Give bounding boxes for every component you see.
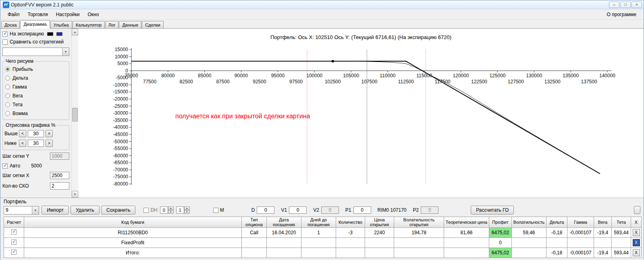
tab-calculator[interactable]: Калькулятор	[73, 21, 105, 28]
remove-row-button[interactable]: X	[633, 249, 640, 256]
dh-spin-2-input[interactable]	[176, 206, 184, 214]
radio-theta[interactable]: Тета	[4, 100, 67, 109]
row-calc-checkbox[interactable]	[11, 229, 17, 235]
row-calc-checkbox[interactable]	[11, 250, 17, 255]
column-header-days-to-expiry[interactable]: Дней до погашения	[301, 217, 336, 228]
svg-text:140000: 140000	[599, 73, 615, 78]
scroll-up-button[interactable]: ▲	[72, 29, 78, 35]
remove-row-button[interactable]: X	[633, 229, 640, 236]
cell-expiry	[267, 248, 301, 258]
dh-checkbox[interactable]	[143, 208, 149, 213]
save-button[interactable]: Сохранить	[101, 206, 136, 215]
cell-delta: -0,18	[546, 248, 567, 258]
radio-delta[interactable]: Дельта	[4, 74, 67, 83]
svg-text:-10000: -10000	[113, 82, 129, 88]
column-header-expiry-date[interactable]: Дата погашения	[267, 217, 301, 228]
dh-spin-1-input[interactable]	[160, 206, 168, 214]
sko-count-input[interactable]	[50, 182, 69, 190]
delete-button[interactable]: Удалить	[71, 206, 100, 215]
panel-corner-button[interactable]	[634, 206, 640, 214]
close-button[interactable]: ×	[632, 2, 642, 8]
m-toggle[interactable]: M	[213, 206, 224, 214]
scrollbar-track[interactable]	[72, 35, 78, 191]
column-header-quantity[interactable]: Количество	[336, 217, 365, 228]
payoff-chart[interactable]: 150001000050000-5000-10000-15000-20000-2…	[78, 41, 638, 195]
minimize-button[interactable]: –	[609, 2, 619, 8]
column-header-calc[interactable]: Расчет	[4, 217, 24, 228]
column-header-open-price[interactable]: Цена открытия	[365, 217, 394, 228]
positions-table: РасчетКод бумагиТип опционаДата погашени…	[4, 217, 642, 258]
menu-file[interactable]: Файл	[4, 10, 24, 19]
gamma-radio-label: Гамма	[12, 84, 27, 90]
column-header-vega[interactable]: Вега	[594, 217, 612, 228]
scroll-down-button[interactable]: ▼	[72, 191, 78, 198]
column-header-option-type[interactable]: Тип опциона	[242, 217, 267, 228]
tab-trades[interactable]: Сделки	[142, 21, 164, 28]
dh-spin-2-down-button[interactable]: ▼	[184, 210, 190, 214]
grid-step-x-input[interactable]	[50, 172, 69, 179]
render-below-input[interactable]	[28, 140, 44, 147]
field-d-input[interactable]	[257, 206, 274, 214]
menu-window[interactable]: Окно	[84, 10, 103, 19]
radio-vomma[interactable]: Вомма	[4, 109, 67, 118]
column-header-open-volatility[interactable]: Волатильность открытия	[394, 217, 444, 228]
render-above-input[interactable]	[28, 130, 44, 137]
radio-vega[interactable]: Вега	[4, 91, 67, 100]
strategy-select[interactable]: ▼	[2, 47, 69, 56]
field-v1-input[interactable]	[289, 206, 307, 214]
tab-smile[interactable]: Улыбка	[50, 21, 72, 28]
field-v2: V2	[313, 206, 339, 214]
svg-text:-25000: -25000	[113, 103, 129, 109]
cell-open_price	[365, 248, 394, 258]
svg-text:112500: 112500	[398, 79, 414, 85]
compare-strategy-checkbox[interactable]	[2, 39, 8, 45]
menu-about[interactable]: О программе	[603, 10, 640, 19]
dh-spin-2-up-button[interactable]: ▲	[184, 206, 190, 210]
remove-row-button[interactable]: X	[633, 239, 640, 246]
portfolio-select[interactable]: 9 ▼	[4, 206, 39, 215]
column-header-volatility[interactable]: Волатильность	[512, 217, 546, 228]
render-below-decrease-button[interactable]: <	[19, 140, 26, 147]
radio-gamma[interactable]: Гамма	[4, 83, 67, 91]
column-header-code[interactable]: Код бумаги	[24, 217, 242, 228]
delta-radio-label: Дельта	[12, 75, 28, 81]
svg-text:95000: 95000	[271, 73, 285, 78]
dh-spin-1-up-button[interactable]: ▲	[168, 206, 174, 210]
row-calc-checkbox[interactable]	[11, 239, 17, 245]
tab-log[interactable]: Лог	[105, 21, 118, 28]
column-header-delta[interactable]: Дельта	[546, 217, 567, 228]
compare-strategy-toggle[interactable]: Сравнить со стратегией	[2, 38, 69, 46]
render-below-increase-button[interactable]: >	[46, 140, 53, 147]
column-header-profit[interactable]: Профит	[489, 217, 512, 228]
render-above-increase-button[interactable]: >	[46, 130, 53, 137]
calc-go-button[interactable]: Рассчитать ГО	[471, 206, 514, 215]
field-p1-input[interactable]	[353, 206, 371, 214]
m-checkbox[interactable]	[213, 208, 218, 213]
cell-open_price: 2240	[365, 228, 394, 238]
column-header-theoretical-price[interactable]: Теоретическая цена	[444, 217, 489, 228]
column-header-gamma[interactable]: Гамма	[567, 217, 594, 228]
tab-board[interactable]: Доска	[1, 21, 20, 28]
svg-text:-60000: -60000	[113, 153, 129, 159]
column-header-remove[interactable]: X	[631, 217, 642, 228]
dh-spin-1-down-button[interactable]: ▼	[168, 210, 174, 214]
menu-settings[interactable]: Настройки	[52, 10, 84, 19]
sidebar-scrollbar[interactable]: ▲ ▼	[71, 29, 78, 198]
tab-diagram[interactable]: Диаграмма	[20, 20, 50, 29]
import-button[interactable]: Импорт	[42, 206, 69, 215]
auto-checkbox[interactable]	[2, 163, 8, 169]
render-above-decrease-button[interactable]: <	[19, 130, 26, 137]
title-bar[interactable]: OptionFVV версия 2.1 public – □ ×	[0, 0, 644, 9]
expiration-checkbox[interactable]	[2, 31, 8, 37]
svg-text:87500: 87500	[216, 79, 230, 85]
maximize-button[interactable]: □	[620, 2, 631, 8]
tab-data[interactable]: Данные	[119, 21, 141, 28]
svg-text:97500: 97500	[289, 79, 303, 85]
scrollbar-thumb[interactable]	[72, 108, 78, 122]
expiration-toggle[interactable]: На экспирацию	[2, 30, 69, 38]
dh-toggle[interactable]: DH	[143, 206, 157, 214]
menu-trading[interactable]: Торговля	[24, 10, 52, 19]
column-header-theta[interactable]: Тета	[612, 217, 631, 228]
radio-profit[interactable]: Прибыль	[4, 65, 67, 74]
field-d-label: D	[251, 207, 255, 213]
